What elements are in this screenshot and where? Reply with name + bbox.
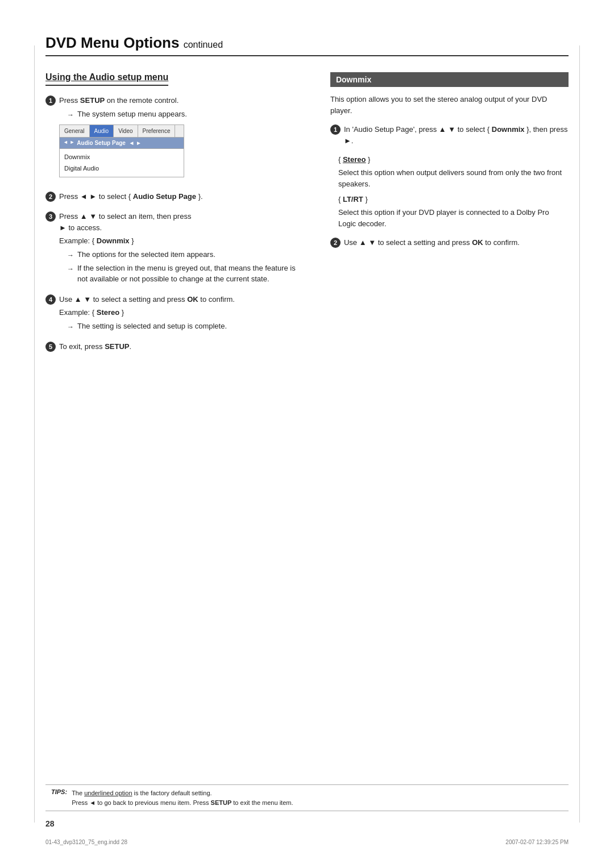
step-5-content: To exit, press SETUP.	[59, 341, 308, 355]
screenshot-nav: ◄ ► Audio Setup Page ◄ ►	[60, 138, 184, 149]
screenshot-box: General Audio Video Preference ◄ ► Audio…	[59, 124, 184, 177]
right-step-2-text: Use ▲ ▼ to select a setting and press OK…	[344, 237, 569, 248]
tab-audio: Audio	[90, 125, 114, 137]
stereo-option-label: { Stereo }	[338, 155, 569, 164]
footer-left: 01-43_dvp3120_75_eng.indd 28	[45, 839, 127, 845]
step-1-number: 1	[45, 95, 56, 106]
arrow-symbol: →	[67, 250, 74, 260]
left-column: Using the Audio setup menu 1 Press SETUP…	[45, 72, 308, 361]
tips-box: TIPS: The underlined option is the facto…	[45, 784, 569, 811]
step-5-number: 5	[45, 342, 56, 352]
right-step-1: 1 In 'Audio Setup Page', press ▲ ▼ to se…	[330, 124, 569, 148]
stereo-option-desc: Select this option when output delivers …	[338, 167, 569, 189]
step-3-arrow1: → The options for the selected item appe…	[67, 249, 308, 260]
tab-video: Video	[114, 125, 138, 137]
downmix-intro: This option allows you to set the stereo…	[330, 94, 569, 116]
right-step-2-number: 2	[330, 238, 341, 248]
step-4-line1: Use ▲ ▼ to select a setting and press OK…	[59, 294, 308, 305]
ltrt-option-label: { LT/RT }	[338, 195, 569, 203]
step-4-arrow1-text: The setting is selected and setup is com…	[77, 321, 308, 332]
tips-label: TIPS:	[51, 788, 67, 795]
step-3-arrow2-text: If the selection in the menu is greyed o…	[77, 263, 308, 285]
step-2-content: Press ◄ ► to select { Audio Setup Page }…	[59, 191, 308, 205]
margin-line-right	[579, 45, 580, 823]
step-3-number: 3	[45, 211, 56, 222]
page-title-text: DVD Menu Options	[45, 34, 179, 51]
right-step-1-text: In 'Audio Setup Page', press ▲ ▼ to sele…	[344, 124, 569, 146]
step-3-arrow1-text: The options for the selected item appear…	[77, 249, 308, 260]
tips-content: The underlined option is the factory def…	[72, 788, 293, 807]
tips-line1: The underlined option is the factory def…	[72, 788, 293, 798]
margin-line-left	[34, 45, 35, 823]
tab-general: General	[60, 125, 90, 137]
page-title: DVD Menu Options continued	[45, 34, 569, 56]
step-1-text: Press SETUP on the remote control.	[59, 95, 308, 106]
right-step-2-content: Use ▲ ▼ to select a setting and press OK…	[344, 237, 569, 251]
section-heading: Using the Audio setup menu	[45, 72, 168, 86]
right-step-1-number: 1	[330, 124, 341, 135]
tips-line2: Press ◄ to go back to previous menu item…	[72, 798, 293, 808]
step-2-number: 2	[45, 192, 56, 202]
two-col-layout: Using the Audio setup menu 1 Press SETUP…	[45, 72, 569, 361]
step-3-arrow2: → If the selection in the menu is greyed…	[67, 263, 308, 285]
arrow-symbol: →	[67, 110, 74, 120]
right-column: Downmix This option allows you to set th…	[330, 72, 569, 258]
step-3: 3 Press ▲ ▼ to select an item, then pres…	[45, 211, 308, 287]
step-4-content: Use ▲ ▼ to select a setting and press OK…	[59, 294, 308, 334]
step-4-number: 4	[45, 294, 56, 305]
page-container: DVD Menu Options continued Using the Aud…	[0, 0, 614, 868]
stereo-option-block: { Stereo } Select this option when outpu…	[338, 155, 569, 189]
step-3-content: Press ▲ ▼ to select an item, then press►…	[59, 211, 308, 287]
ltrt-option-block: { LT/RT } Select this option if your DVD…	[338, 195, 569, 229]
right-step-2: 2 Use ▲ ▼ to select a setting and press …	[330, 237, 569, 251]
step-5: 5 To exit, press SETUP.	[45, 341, 308, 355]
nav-label: Audio Setup Page	[77, 139, 126, 147]
downmix-header: Downmix	[330, 72, 569, 87]
footer-right: 2007-02-07 12:39:25 PM	[505, 839, 569, 845]
tab-preference: Preference	[138, 125, 176, 137]
nav-arrows: ◄ ►	[63, 139, 74, 147]
screenshot-items: Downmix Digital Audio	[60, 149, 184, 177]
step-2-text: Press ◄ ► to select { Audio Setup Page }…	[59, 191, 308, 202]
arrow-symbol-2: →	[67, 264, 74, 274]
page-number: 28	[45, 819, 55, 828]
screenshot-item-downmix: Downmix	[64, 151, 179, 163]
step-4-arrow1: → The setting is selected and setup is c…	[67, 321, 308, 332]
ltrt-option-desc: Select this option if your DVD player is…	[338, 207, 569, 229]
arrow-symbol-3: →	[67, 322, 74, 332]
step-3-example: Example: { Downmix }	[59, 235, 308, 247]
step-1-arrow-text: The system setup menu appears.	[77, 109, 308, 120]
step-4-example: Example: { Stereo }	[59, 307, 308, 318]
step-5-text: To exit, press SETUP.	[59, 341, 308, 352]
tips-underlined: underlined option	[84, 790, 132, 796]
step-1-content: Press SETUP on the remote control. → The…	[59, 95, 308, 184]
page-title-continued: continued	[184, 40, 223, 49]
step-4: 4 Use ▲ ▼ to select a setting and press …	[45, 294, 308, 334]
step-1-arrow: → The system setup menu appears.	[67, 109, 308, 120]
nav-arrows-right: ◄ ►	[126, 139, 142, 147]
screenshot-tabs: General Audio Video Preference	[60, 125, 184, 138]
step-1: 1 Press SETUP on the remote control. → T…	[45, 95, 308, 184]
right-step-1-content: In 'Audio Setup Page', press ▲ ▼ to sele…	[344, 124, 569, 148]
step-3-line1: Press ▲ ▼ to select an item, then press►…	[59, 211, 308, 233]
screenshot-item-digital-audio: Digital Audio	[64, 163, 179, 175]
step-2: 2 Press ◄ ► to select { Audio Setup Page…	[45, 191, 308, 205]
